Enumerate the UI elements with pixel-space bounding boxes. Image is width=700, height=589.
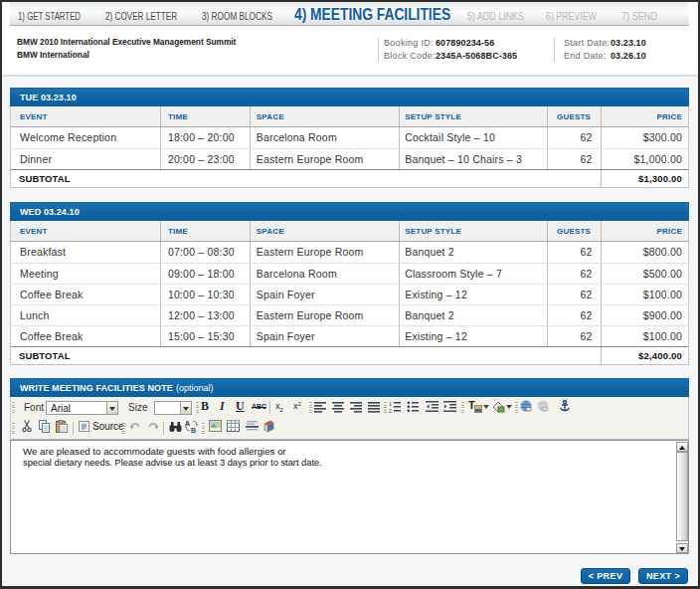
svg-text:1: 1 [389,401,392,407]
svg-text:2: 2 [389,408,392,413]
svg-text:B: B [191,427,196,433]
